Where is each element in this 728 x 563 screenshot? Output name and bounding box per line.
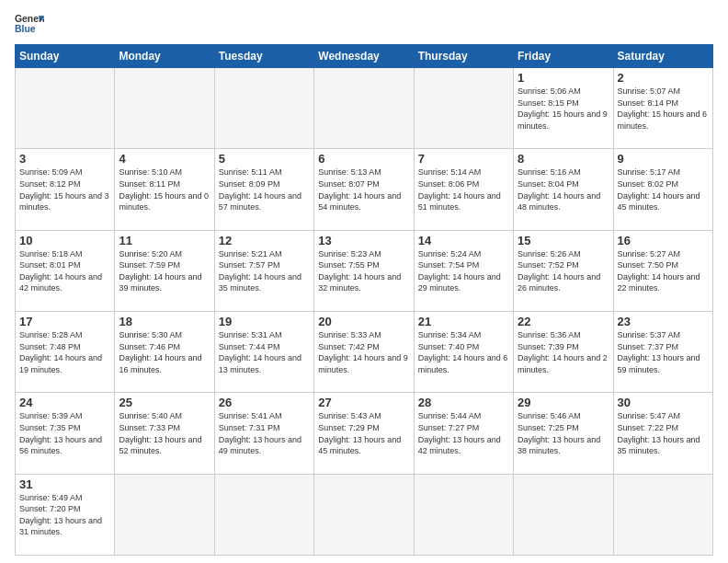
calendar-cell: 30Sunrise: 5:47 AM Sunset: 7:22 PM Dayli… bbox=[613, 393, 712, 474]
day-info: Sunrise: 5:34 AM Sunset: 7:40 PM Dayligh… bbox=[418, 329, 509, 375]
calendar-cell bbox=[16, 68, 115, 149]
calendar-cell bbox=[214, 68, 313, 149]
day-info: Sunrise: 5:43 AM Sunset: 7:29 PM Dayligh… bbox=[318, 410, 409, 456]
day-info: Sunrise: 5:46 AM Sunset: 7:25 PM Dayligh… bbox=[518, 410, 609, 456]
day-number: 23 bbox=[618, 315, 709, 328]
day-number: 25 bbox=[119, 396, 210, 409]
day-info: Sunrise: 5:13 AM Sunset: 8:07 PM Dayligh… bbox=[318, 167, 409, 213]
day-number: 30 bbox=[618, 396, 709, 409]
calendar-cell bbox=[214, 474, 313, 555]
day-info: Sunrise: 5:47 AM Sunset: 7:22 PM Dayligh… bbox=[618, 410, 709, 456]
day-info: Sunrise: 5:31 AM Sunset: 7:44 PM Dayligh… bbox=[219, 329, 310, 375]
day-number: 19 bbox=[219, 315, 310, 328]
calendar-cell: 14Sunrise: 5:24 AM Sunset: 7:54 PM Dayli… bbox=[414, 230, 513, 311]
calendar-cell: 10Sunrise: 5:18 AM Sunset: 8:01 PM Dayli… bbox=[16, 230, 115, 311]
calendar-week-2: 10Sunrise: 5:18 AM Sunset: 8:01 PM Dayli… bbox=[16, 230, 713, 311]
day-number: 5 bbox=[219, 152, 310, 166]
calendar-week-5: 31Sunrise: 5:49 AM Sunset: 7:20 PM Dayli… bbox=[16, 474, 713, 555]
day-number: 6 bbox=[318, 152, 409, 166]
day-info: Sunrise: 5:23 AM Sunset: 7:55 PM Dayligh… bbox=[318, 248, 409, 294]
calendar-cell: 27Sunrise: 5:43 AM Sunset: 7:29 PM Dayli… bbox=[314, 393, 414, 474]
day-info: Sunrise: 5:17 AM Sunset: 8:02 PM Dayligh… bbox=[618, 167, 709, 213]
calendar-cell: 11Sunrise: 5:20 AM Sunset: 7:59 PM Dayli… bbox=[115, 230, 214, 311]
calendar-cell bbox=[414, 68, 513, 149]
day-info: Sunrise: 5:14 AM Sunset: 8:06 PM Dayligh… bbox=[418, 167, 509, 213]
calendar-cell bbox=[314, 68, 414, 149]
day-info: Sunrise: 5:33 AM Sunset: 7:42 PM Dayligh… bbox=[318, 329, 409, 375]
day-info: Sunrise: 5:16 AM Sunset: 8:04 PM Dayligh… bbox=[518, 167, 609, 213]
calendar-cell: 23Sunrise: 5:37 AM Sunset: 7:37 PM Dayli… bbox=[613, 311, 712, 392]
day-info: Sunrise: 5:37 AM Sunset: 7:37 PM Dayligh… bbox=[618, 329, 709, 375]
calendar-cell bbox=[414, 474, 513, 555]
calendar-cell: 22Sunrise: 5:36 AM Sunset: 7:39 PM Dayli… bbox=[514, 311, 613, 392]
day-number: 27 bbox=[318, 396, 409, 409]
day-info: Sunrise: 5:30 AM Sunset: 7:46 PM Dayligh… bbox=[119, 329, 210, 375]
header: General Blue bbox=[15, 11, 713, 37]
day-number: 22 bbox=[518, 315, 609, 328]
calendar-cell: 9Sunrise: 5:17 AM Sunset: 8:02 PM Daylig… bbox=[613, 149, 712, 230]
day-number: 20 bbox=[318, 315, 409, 328]
calendar-cell: 5Sunrise: 5:11 AM Sunset: 8:09 PM Daylig… bbox=[214, 149, 313, 230]
day-number: 14 bbox=[418, 234, 509, 247]
calendar-cell: 29Sunrise: 5:46 AM Sunset: 7:25 PM Dayli… bbox=[514, 393, 613, 474]
weekday-header-wednesday: Wednesday bbox=[314, 45, 414, 68]
day-info: Sunrise: 5:40 AM Sunset: 7:33 PM Dayligh… bbox=[119, 410, 210, 456]
calendar-cell: 16Sunrise: 5:27 AM Sunset: 7:50 PM Dayli… bbox=[613, 230, 712, 311]
calendar-cell bbox=[115, 474, 214, 555]
calendar-cell: 21Sunrise: 5:34 AM Sunset: 7:40 PM Dayli… bbox=[414, 311, 513, 392]
calendar-cell: 8Sunrise: 5:16 AM Sunset: 8:04 PM Daylig… bbox=[514, 149, 613, 230]
day-info: Sunrise: 5:27 AM Sunset: 7:50 PM Dayligh… bbox=[618, 248, 709, 294]
day-number: 8 bbox=[518, 152, 609, 166]
day-info: Sunrise: 5:39 AM Sunset: 7:35 PM Dayligh… bbox=[19, 410, 110, 456]
weekday-header-thursday: Thursday bbox=[414, 45, 513, 68]
calendar-cell: 12Sunrise: 5:21 AM Sunset: 7:57 PM Dayli… bbox=[214, 230, 313, 311]
calendar-cell: 20Sunrise: 5:33 AM Sunset: 7:42 PM Dayli… bbox=[314, 311, 414, 392]
day-info: Sunrise: 5:41 AM Sunset: 7:31 PM Dayligh… bbox=[219, 410, 310, 456]
day-number: 13 bbox=[318, 234, 409, 247]
day-number: 24 bbox=[19, 396, 110, 409]
calendar-cell bbox=[514, 474, 613, 555]
calendar-cell: 25Sunrise: 5:40 AM Sunset: 7:33 PM Dayli… bbox=[115, 393, 214, 474]
weekday-header-sunday: Sunday bbox=[16, 45, 115, 68]
day-info: Sunrise: 5:09 AM Sunset: 8:12 PM Dayligh… bbox=[19, 167, 110, 213]
calendar-cell: 7Sunrise: 5:14 AM Sunset: 8:06 PM Daylig… bbox=[414, 149, 513, 230]
calendar-cell: 15Sunrise: 5:26 AM Sunset: 7:52 PM Dayli… bbox=[514, 230, 613, 311]
calendar-cell: 28Sunrise: 5:44 AM Sunset: 7:27 PM Dayli… bbox=[414, 393, 513, 474]
day-number: 18 bbox=[119, 315, 210, 328]
calendar-cell: 1Sunrise: 5:06 AM Sunset: 8:15 PM Daylig… bbox=[514, 68, 613, 149]
calendar-cell: 3Sunrise: 5:09 AM Sunset: 8:12 PM Daylig… bbox=[16, 149, 115, 230]
day-number: 28 bbox=[418, 396, 509, 409]
day-info: Sunrise: 5:18 AM Sunset: 8:01 PM Dayligh… bbox=[19, 248, 110, 294]
day-info: Sunrise: 5:10 AM Sunset: 8:11 PM Dayligh… bbox=[119, 167, 210, 213]
day-number: 7 bbox=[418, 152, 509, 166]
calendar-cell: 18Sunrise: 5:30 AM Sunset: 7:46 PM Dayli… bbox=[115, 311, 214, 392]
calendar-cell bbox=[314, 474, 414, 555]
calendar-week-3: 17Sunrise: 5:28 AM Sunset: 7:48 PM Dayli… bbox=[16, 311, 713, 392]
weekday-header-saturday: Saturday bbox=[613, 45, 712, 68]
day-number: 17 bbox=[19, 315, 110, 328]
calendar-body: 1Sunrise: 5:06 AM Sunset: 8:15 PM Daylig… bbox=[16, 68, 713, 556]
day-info: Sunrise: 5:11 AM Sunset: 8:09 PM Dayligh… bbox=[219, 167, 310, 213]
calendar-cell bbox=[115, 68, 214, 149]
calendar-cell: 17Sunrise: 5:28 AM Sunset: 7:48 PM Dayli… bbox=[16, 311, 115, 392]
day-number: 3 bbox=[19, 152, 110, 166]
calendar-header: SundayMondayTuesdayWednesdayThursdayFrid… bbox=[16, 45, 713, 68]
day-number: 1 bbox=[518, 71, 609, 85]
calendar-cell: 31Sunrise: 5:49 AM Sunset: 7:20 PM Dayli… bbox=[16, 474, 115, 555]
day-number: 15 bbox=[518, 234, 609, 247]
day-info: Sunrise: 5:24 AM Sunset: 7:54 PM Dayligh… bbox=[418, 248, 509, 294]
calendar-cell: 26Sunrise: 5:41 AM Sunset: 7:31 PM Dayli… bbox=[214, 393, 313, 474]
svg-text:Blue: Blue bbox=[15, 24, 36, 34]
calendar-cell bbox=[613, 474, 712, 555]
day-info: Sunrise: 5:44 AM Sunset: 7:27 PM Dayligh… bbox=[418, 410, 509, 456]
day-number: 12 bbox=[219, 234, 310, 247]
day-info: Sunrise: 5:49 AM Sunset: 7:20 PM Dayligh… bbox=[19, 492, 110, 538]
logo: General Blue bbox=[15, 11, 44, 37]
calendar-week-4: 24Sunrise: 5:39 AM Sunset: 7:35 PM Dayli… bbox=[16, 393, 713, 474]
day-info: Sunrise: 5:26 AM Sunset: 7:52 PM Dayligh… bbox=[518, 248, 609, 294]
generalblue-logo-icon: General Blue bbox=[15, 11, 44, 37]
calendar-cell: 2Sunrise: 5:07 AM Sunset: 8:14 PM Daylig… bbox=[613, 68, 712, 149]
calendar-cell: 4Sunrise: 5:10 AM Sunset: 8:11 PM Daylig… bbox=[115, 149, 214, 230]
day-number: 16 bbox=[618, 234, 709, 247]
calendar-cell: 19Sunrise: 5:31 AM Sunset: 7:44 PM Dayli… bbox=[214, 311, 313, 392]
